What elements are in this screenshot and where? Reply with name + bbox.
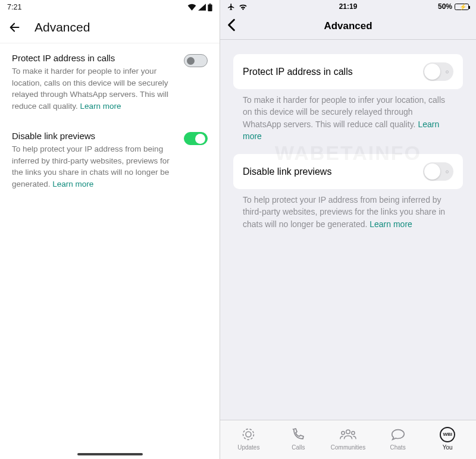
you-icon: WBI xyxy=(440,427,455,442)
setting-protect-ip[interactable]: Protect IP address in calls To make it h… xyxy=(0,43,220,121)
wifi-icon xyxy=(187,4,196,11)
chevron-left-icon xyxy=(226,18,237,32)
updates-icon xyxy=(241,427,256,442)
learn-more-link[interactable]: Learn more xyxy=(52,180,93,188)
phone-icon xyxy=(291,427,305,442)
setting-description: To make it harder for people to infer yo… xyxy=(233,89,463,154)
battery-percentage: 50% xyxy=(438,2,452,11)
airplane-icon xyxy=(227,3,235,11)
svg-point-2 xyxy=(243,429,254,440)
tab-you[interactable]: WBI You xyxy=(422,427,472,451)
setting-disable-link-previews[interactable]: Disable link previews xyxy=(233,154,463,189)
setting-disable-link-previews[interactable]: Disable link previews To help protect yo… xyxy=(0,121,220,199)
android-statusbar: 7:21 xyxy=(0,0,220,14)
signal-icon xyxy=(198,4,206,11)
svg-rect-1 xyxy=(209,4,211,4)
toggle-protect-ip[interactable] xyxy=(423,62,453,81)
tab-updates[interactable]: Updates xyxy=(224,427,274,451)
ios-navbar: Advanced xyxy=(220,13,476,39)
page-title: Advanced xyxy=(220,20,476,32)
chats-icon xyxy=(390,427,406,442)
ios-statusbar: 21:19 50% ⚡ xyxy=(220,0,476,13)
tab-calls[interactable]: Calls xyxy=(274,427,324,451)
ios-content: Protect IP address in calls To make it h… xyxy=(220,40,476,256)
android-pane: 7:21 Advanced Protect IP address in call… xyxy=(0,0,220,459)
status-time: 7:21 xyxy=(7,3,21,11)
svg-point-3 xyxy=(246,432,251,437)
svg-point-6 xyxy=(352,431,355,434)
setting-title: Protect IP address in calls xyxy=(12,53,174,63)
battery-icon: ⚡ xyxy=(455,4,469,10)
tab-label: Updates xyxy=(237,444,259,451)
tab-label: Communities xyxy=(331,444,365,451)
setting-title: Disable link previews xyxy=(243,166,331,177)
setting-description: To help protect your IP address from bei… xyxy=(233,189,463,242)
learn-more-link[interactable]: Learn more xyxy=(80,102,121,111)
tab-label: Chats xyxy=(390,444,406,451)
tab-communities[interactable]: Communities xyxy=(323,427,373,451)
toggle-disable-link-previews[interactable] xyxy=(423,162,453,181)
back-arrow-icon[interactable] xyxy=(8,21,21,34)
status-icons xyxy=(187,4,212,11)
back-button[interactable] xyxy=(226,18,237,34)
toggle-protect-ip[interactable] xyxy=(184,54,208,67)
tab-label: You xyxy=(443,444,453,451)
svg-point-4 xyxy=(346,430,350,434)
toggle-disable-link-previews[interactable] xyxy=(184,132,208,145)
setting-description: To help protect your IP address from bei… xyxy=(12,143,174,190)
svg-point-5 xyxy=(342,431,345,434)
learn-more-link[interactable]: Learn more xyxy=(369,219,412,229)
tab-chats[interactable]: Chats xyxy=(373,427,423,451)
tab-label: Calls xyxy=(292,444,305,451)
svg-rect-0 xyxy=(208,4,212,11)
battery-icon xyxy=(208,4,212,11)
android-header: Advanced xyxy=(0,14,220,43)
wifi-icon xyxy=(239,4,248,10)
setting-title: Disable link previews xyxy=(12,131,174,141)
setting-protect-ip[interactable]: Protect IP address in calls xyxy=(233,54,463,89)
setting-description: To make it harder for people to infer yo… xyxy=(12,65,174,112)
communities-icon xyxy=(339,427,357,442)
ios-pane: 21:19 50% ⚡ Advanced Protect IP address … xyxy=(220,0,476,459)
status-time: 21:19 xyxy=(308,2,388,11)
tab-bar: Updates Calls Communities Chats WBI You xyxy=(220,420,476,459)
home-indicator xyxy=(77,453,143,455)
setting-title: Protect IP address in calls xyxy=(243,67,353,77)
page-title: Advanced xyxy=(35,20,90,34)
